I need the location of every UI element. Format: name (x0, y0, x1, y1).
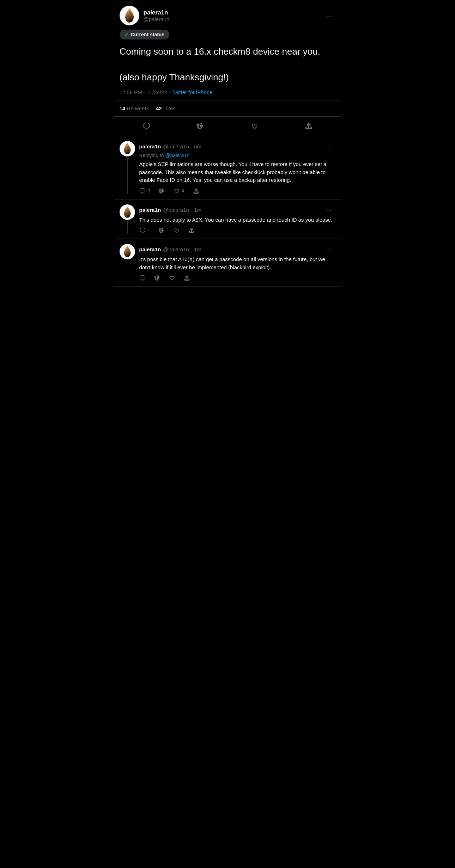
tweet-meta: 12:58 PM · 11/24/22 · Twitter for iPhone (120, 89, 336, 95)
reply-display-name[interactable]: palera1n (139, 207, 161, 213)
reply-time: · 1m (191, 207, 201, 213)
status-badge-label: Current status (131, 32, 165, 37)
reply-left (120, 141, 135, 194)
retweet-stat[interactable]: 14 Retweets (120, 105, 149, 111)
reply-user-info: palera1n @palera1n · 1m (139, 207, 202, 213)
like-stat[interactable]: 42 Likes (156, 105, 176, 111)
replying-to-handle[interactable]: @palera1n (165, 153, 189, 158)
retweet-icon (154, 275, 160, 281)
reply-count: 1 (148, 228, 150, 233)
share-button[interactable] (299, 118, 318, 134)
reply-header: palera1n @palera1n · 5m ··· (139, 141, 336, 152)
reply-actions: 3 4 (139, 188, 336, 194)
reply-like-button[interactable] (174, 227, 180, 234)
tweet-text: Coming soon to a 16.x checkm8 device nea… (120, 45, 336, 84)
like-icon (174, 188, 180, 194)
engagement-stats: 14 Retweets 42 Likes (114, 100, 341, 117)
reply-share-button[interactable] (184, 275, 190, 281)
reply-left (120, 244, 135, 281)
username[interactable]: @palera1n (144, 16, 170, 22)
reply-more-button[interactable]: ··· (324, 141, 336, 152)
reply-actions (139, 275, 336, 281)
status-badge[interactable]: ✓ Current status (120, 30, 170, 39)
share-icon (188, 227, 195, 234)
reply-left (120, 204, 135, 234)
reply-tweet: palera1n @palera1n · 5m ··· Replying to … (114, 136, 341, 199)
reply-icon (139, 227, 146, 234)
reply-display-name[interactable]: palera1n (139, 143, 161, 149)
retweet-icon (159, 188, 165, 194)
replying-to: Replying to @palera1n (139, 153, 336, 158)
reply-retweet-button[interactable] (159, 227, 165, 234)
reply-icon (139, 188, 146, 194)
retweet-icon (159, 227, 165, 234)
retweet-button[interactable] (191, 118, 210, 134)
reply-like-button[interactable]: 4 (174, 188, 184, 194)
like-icon (251, 122, 259, 130)
reply-tweet: palera1n @palera1n · 1m ··· It's possibl… (114, 239, 341, 287)
reply-avatar[interactable] (120, 141, 135, 156)
like-button[interactable] (245, 118, 264, 134)
thread-line (127, 158, 128, 194)
reply-retweet-button[interactable] (154, 275, 160, 281)
tweet-source-link[interactable]: Twitter for iPhone (171, 89, 213, 95)
reply-right: palera1n @palera1n · 1m ··· This does no… (139, 204, 336, 234)
action-bar (114, 117, 341, 136)
reply-count: 3 (148, 188, 150, 193)
avatar[interactable] (120, 6, 139, 25)
like-label: Likes (163, 105, 176, 111)
reply-username[interactable]: @palera1n (163, 143, 189, 149)
reply-time: · 5m (191, 143, 201, 149)
thread-line (127, 221, 128, 234)
tweet-line1: Coming soon to a 16.x checkm8 device nea… (120, 45, 336, 58)
more-options-button[interactable]: ··· (324, 10, 336, 21)
display-name[interactable]: palera1n (144, 9, 170, 16)
reply-user-info: palera1n @palera1n · 1m (139, 246, 202, 252)
tweet-line2: (also happy Thanksgiving!) (120, 71, 336, 84)
reply-text: It's possible that A10(X) can get a pass… (139, 256, 336, 271)
reply-icon (142, 122, 150, 130)
reply-text: Apple's SEP limitations are worse though… (139, 160, 336, 184)
reply-reply-button[interactable]: 3 (139, 188, 150, 194)
reply-right: palera1n @palera1n · 1m ··· It's possibl… (139, 244, 336, 281)
reply-actions: 1 (139, 227, 336, 234)
share-icon (184, 275, 190, 281)
retweet-label: Retweets (127, 105, 149, 111)
like-icon (174, 227, 180, 234)
reply-header: palera1n @palera1n · 1m ··· (139, 244, 336, 255)
user-info: palera1n @palera1n (144, 9, 170, 22)
reply-user-info: palera1n @palera1n · 5m (139, 143, 202, 149)
reply-icon (139, 275, 146, 281)
main-tweet-header: palera1n @palera1n ··· (120, 6, 336, 25)
reply-display-name[interactable]: palera1n (139, 246, 161, 252)
reply-tweet: palera1n @palera1n · 1m ··· This does no… (114, 199, 341, 239)
reply-right: palera1n @palera1n · 5m ··· Replying to … (139, 141, 336, 194)
retweet-icon (196, 122, 204, 130)
share-icon (193, 188, 199, 194)
like-icon (169, 275, 175, 281)
retweet-count: 14 (120, 105, 126, 111)
reply-button[interactable] (137, 118, 156, 134)
reply-like-button[interactable] (169, 275, 175, 281)
share-icon (305, 122, 313, 130)
reply-retweet-button[interactable] (159, 188, 165, 194)
reply-share-button[interactable] (188, 227, 195, 234)
reply-text: This does not apply to A9X. You can have… (139, 216, 336, 224)
reply-reply-button[interactable]: 1 (139, 227, 150, 234)
reply-reply-button[interactable] (139, 275, 146, 281)
reply-more-button[interactable]: ··· (324, 244, 336, 255)
checkmark-icon: ✓ (125, 32, 129, 37)
tweet-timestamp: 12:58 PM · 11/24/22 · (120, 89, 170, 95)
reply-username[interactable]: @palera1n (163, 246, 189, 252)
reply-section: palera1n @palera1n · 5m ··· Replying to … (114, 136, 341, 287)
reply-avatar[interactable] (120, 204, 135, 220)
reply-username[interactable]: @palera1n (163, 207, 189, 213)
reply-avatar[interactable] (120, 244, 135, 259)
reply-more-button[interactable]: ··· (324, 204, 336, 215)
reply-time: · 1m (191, 246, 201, 252)
reply-share-button[interactable] (193, 188, 199, 194)
like-count: 4 (182, 188, 184, 193)
main-tweet-user: palera1n @palera1n (120, 6, 170, 25)
main-tweet: palera1n @palera1n ··· ✓ Current status … (114, 0, 341, 95)
reply-header: palera1n @palera1n · 1m ··· (139, 204, 336, 215)
